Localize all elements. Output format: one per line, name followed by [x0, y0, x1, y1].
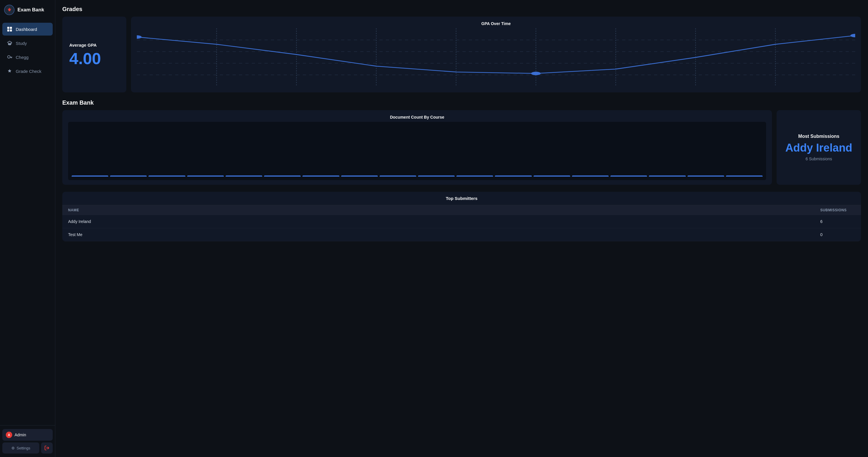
logo-icon: ⚜ — [4, 5, 14, 15]
grades-title: Grades — [62, 6, 861, 12]
top-submitters-title: Top Submitters — [62, 192, 861, 205]
table-row: Test Me 0 — [62, 228, 861, 241]
graduation-cap-icon — [7, 40, 12, 46]
exam-bank-row: Document Count By Course Most Submission… — [62, 110, 861, 185]
submitter-name: Test Me — [68, 232, 820, 237]
sidebar: ⚜ Exam Bank Dashboard — [0, 0, 55, 457]
most-submissions-label: Most Submissions — [798, 134, 839, 139]
bar-column — [533, 175, 570, 177]
svg-rect-6 — [11, 42, 12, 44]
bar-column — [225, 175, 262, 177]
bar-column — [572, 175, 609, 177]
submitter-count: 0 — [820, 232, 855, 237]
most-submissions-count: 6 Submissions — [805, 156, 832, 161]
most-submissions-name: Addy Ireland — [785, 142, 852, 154]
bar-column — [649, 175, 685, 177]
sidebar-item-grade-check[interactable]: Grade Check — [2, 65, 53, 78]
svg-point-24 — [137, 35, 141, 38]
settings-button[interactable]: ⚙ Settings — [2, 442, 39, 454]
table-rows-container: Addy Ireland 6 Test Me 0 — [62, 215, 861, 241]
bar-column — [341, 175, 378, 177]
bar — [610, 175, 647, 177]
doc-count-title: Document Count By Course — [68, 115, 766, 119]
svg-rect-3 — [10, 27, 12, 29]
gpa-chart-card: GPA Over Time — [131, 17, 861, 92]
sidebar-item-dashboard[interactable]: Dashboard — [2, 23, 53, 35]
sidebar-item-study-label: Study — [16, 41, 27, 46]
col-submissions-header: SUBMISSIONS — [820, 208, 855, 212]
admin-button[interactable]: A Admin — [2, 429, 53, 441]
grid-icon — [7, 27, 12, 32]
svg-text:⚜: ⚜ — [7, 7, 11, 12]
top-submitters-card: Top Submitters NAME SUBMISSIONS Addy Ire… — [62, 192, 861, 241]
most-submissions-card: Most Submissions Addy Ireland 6 Submissi… — [777, 110, 861, 185]
bar — [72, 175, 108, 177]
gpa-line-chart — [137, 28, 855, 87]
key-icon — [7, 55, 12, 60]
bar — [649, 175, 685, 177]
bar — [110, 175, 147, 177]
bar-column — [187, 175, 224, 177]
bottom-actions: ⚙ Settings — [2, 442, 53, 454]
submitter-count: 6 — [820, 219, 855, 224]
bar-column — [110, 175, 147, 177]
bar — [726, 175, 763, 177]
avg-gpa-label: Average GPA — [69, 42, 119, 48]
logout-icon — [44, 445, 50, 451]
logout-button[interactable] — [41, 442, 53, 454]
bar — [379, 175, 416, 177]
exam-bank-title: Exam Bank — [62, 99, 861, 106]
bar-column — [303, 175, 339, 177]
bar-column — [72, 175, 108, 177]
star-icon — [7, 68, 12, 74]
submitter-name: Addy Ireland — [68, 219, 820, 224]
bar-column — [379, 175, 416, 177]
bar-column — [264, 175, 301, 177]
svg-rect-8 — [10, 57, 12, 57]
admin-label: Admin — [14, 432, 26, 437]
avg-gpa-value: 4.00 — [69, 50, 119, 67]
exam-bank-section: Exam Bank Document Count By Course Most … — [62, 99, 861, 241]
sidebar-item-chegg[interactable]: Chegg — [2, 51, 53, 63]
bar — [533, 175, 570, 177]
bar — [418, 175, 455, 177]
svg-rect-9 — [11, 57, 12, 58]
bar — [687, 175, 724, 177]
svg-rect-10 — [11, 57, 11, 58]
app-title: Exam Bank — [18, 7, 44, 13]
bar-column — [726, 175, 763, 177]
svg-rect-5 — [10, 29, 12, 31]
svg-rect-2 — [7, 27, 9, 29]
bar — [572, 175, 609, 177]
bar — [457, 175, 493, 177]
sidebar-item-grade-check-label: Grade Check — [16, 69, 41, 74]
bar-chart — [68, 122, 766, 180]
main-content: Grades Average GPA 4.00 GPA Over Time — [55, 0, 868, 457]
col-name-header: NAME — [68, 208, 820, 212]
grades-row: Average GPA 4.00 GPA Over Time — [62, 17, 861, 92]
sidebar-item-dashboard-label: Dashboard — [16, 27, 37, 32]
sidebar-item-study[interactable]: Study — [2, 37, 53, 50]
svg-point-7 — [7, 56, 10, 58]
grades-section: Grades Average GPA 4.00 GPA Over Time — [62, 6, 861, 92]
sidebar-nav: Dashboard Study Chegg — [0, 20, 55, 425]
admin-avatar: A — [6, 432, 12, 438]
table-header: NAME SUBMISSIONS — [62, 205, 861, 215]
bar — [495, 175, 531, 177]
bar — [225, 175, 262, 177]
settings-label: Settings — [17, 446, 30, 450]
bar-column — [418, 175, 455, 177]
sidebar-item-chegg-label: Chegg — [16, 55, 29, 60]
bar-column — [457, 175, 493, 177]
avg-gpa-card: Average GPA 4.00 — [62, 17, 126, 92]
bar — [149, 175, 185, 177]
bar — [303, 175, 339, 177]
bar — [187, 175, 224, 177]
logo-area: ⚜ Exam Bank — [0, 0, 55, 20]
bar-column — [610, 175, 647, 177]
gear-icon: ⚙ — [11, 446, 15, 450]
bar-column — [495, 175, 531, 177]
bar — [264, 175, 301, 177]
sidebar-bottom: A Admin ⚙ Settings — [0, 425, 55, 457]
bar-column — [149, 175, 185, 177]
